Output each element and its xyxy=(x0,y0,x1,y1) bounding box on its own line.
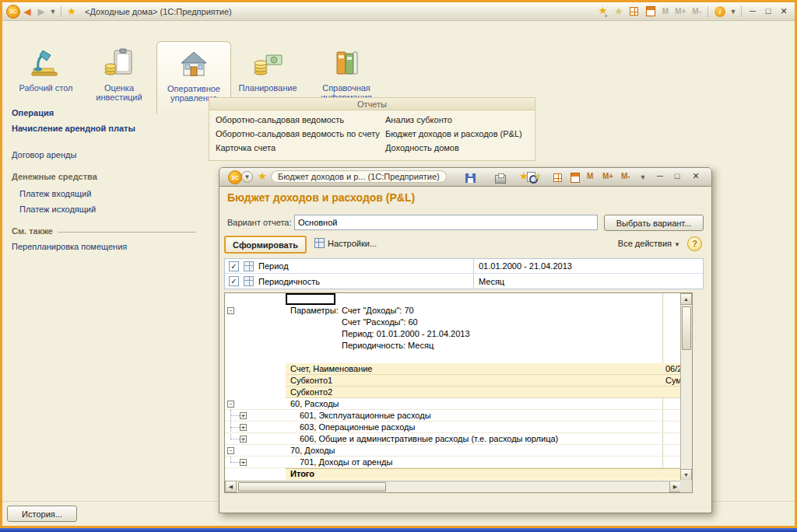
sidebar-item-lease-contract[interactable]: Договор аренды xyxy=(12,150,76,159)
close-button[interactable]: ✕ xyxy=(688,170,704,183)
print-icon[interactable] xyxy=(495,175,506,184)
total-row[interactable]: Итого xyxy=(290,468,314,480)
sidebar-header-operation[interactable]: Операция xyxy=(12,108,54,117)
column-header: Счет, Наименование xyxy=(290,363,373,375)
info-icon[interactable]: i xyxy=(714,6,725,17)
navigation-history-dropdown-icon[interactable]: ▼ xyxy=(48,8,58,16)
filter-value[interactable]: 01.01.2000 - 21.04.2013 xyxy=(479,261,572,271)
report-window-titlebar: 1С ▼ ★ Бюджет доходов и р... (1С:Предпри… xyxy=(219,167,712,187)
report-link-subconto-analysis[interactable]: Анализ субконто xyxy=(385,113,535,127)
favorites-star-icon[interactable]: ★ xyxy=(255,170,269,182)
periodicity-checkbox[interactable]: ✓ xyxy=(229,276,239,286)
calendar-icon[interactable] xyxy=(646,6,655,16)
choose-variant-button[interactable]: Выбрать вариант... xyxy=(604,215,704,231)
report-link-account-card[interactable]: Карточка счета xyxy=(216,141,385,155)
sidebar-item-room-replanning[interactable]: Перепланировка помещения xyxy=(12,242,127,251)
all-actions-button[interactable]: Все действия ▼ xyxy=(618,239,680,248)
memory-m-button[interactable]: M xyxy=(659,7,672,16)
minimize-button[interactable]: ─ xyxy=(652,170,668,183)
scroll-down-icon[interactable]: ▼ xyxy=(680,469,692,481)
period-param-icon xyxy=(244,261,254,271)
horizontal-scroll-thumb[interactable] xyxy=(238,482,386,492)
account-row[interactable]: 701, Доходы от аренды xyxy=(300,457,392,468)
account-row[interactable]: 603, Операционные расходы xyxy=(300,422,415,433)
more-commands-dropdown-icon[interactable]: ▼ xyxy=(638,173,648,181)
close-button[interactable]: ✕ xyxy=(776,5,792,18)
minimize-button[interactable]: ─ xyxy=(745,5,760,18)
collapse-icon[interactable]: - xyxy=(227,447,234,454)
report-link-turnover-balance[interactable]: Оборотно-сальдовая ведомость xyxy=(216,113,385,127)
report-heading: Бюджет доходов и расходов (P&L) xyxy=(227,191,415,204)
memory-m-button[interactable]: M xyxy=(584,172,596,180)
edit-favorites-icon[interactable]: ★ xyxy=(612,5,626,17)
report-link-pnl-budget[interactable]: Бюджет доходов и расходов (P&L) xyxy=(385,127,535,141)
account-row[interactable]: 606, Общие и административные расходы (т… xyxy=(300,433,558,445)
account-row[interactable]: 70, Доходы xyxy=(290,445,335,457)
maximize-button[interactable]: □ xyxy=(669,170,685,183)
service-dropdown-icon[interactable]: ▼ xyxy=(729,8,738,16)
selected-cell[interactable] xyxy=(286,293,335,305)
vertical-scrollbar[interactable]: ▲ ▼ xyxy=(680,293,692,481)
period-checkbox[interactable]: ✓ xyxy=(229,261,239,271)
expand-icon[interactable]: + xyxy=(240,436,247,443)
add-favorite-icon[interactable]: ★ xyxy=(517,170,531,182)
expand-icon[interactable]: + xyxy=(240,412,247,419)
back-button[interactable]: ◀ xyxy=(20,6,34,17)
report-link-house-profitability[interactable]: Доходность домов xyxy=(385,141,535,155)
separator xyxy=(707,6,708,17)
forward-button[interactable]: ▶ xyxy=(34,6,48,17)
calculator-icon[interactable] xyxy=(553,173,562,182)
sidebar-item-outgoing-payment[interactable]: Платеж исходящий xyxy=(19,205,96,214)
add-favorite-icon[interactable]: ★+ xyxy=(598,5,612,19)
collapse-icon[interactable]: - xyxy=(227,401,234,408)
memory-mminus-button[interactable]: M- xyxy=(689,7,704,16)
column-divider xyxy=(473,259,474,273)
total-row-bg xyxy=(286,468,681,480)
account-row[interactable]: 60, Расходы xyxy=(290,398,339,410)
generate-button[interactable]: Сформировать xyxy=(224,236,307,254)
sidebar-item-incoming-payment[interactable]: Платеж входящий xyxy=(19,189,91,198)
collapse-icon[interactable]: - xyxy=(227,307,234,314)
vertical-scroll-thumb[interactable] xyxy=(682,306,691,350)
navigation-sidebar: Операция Начисление арендной платы Догов… xyxy=(2,96,208,501)
expand-icon[interactable]: + xyxy=(240,459,247,466)
horizontal-scrollbar[interactable]: ◀ ▶ xyxy=(225,481,681,492)
memory-mplus-button[interactable]: M+ xyxy=(672,7,689,16)
calculator-icon[interactable] xyxy=(630,7,638,16)
report-link-turnover-by-account[interactable]: Оборотно-сальдовая ведомость по счету xyxy=(216,127,385,141)
scroll-right-icon[interactable]: ▶ xyxy=(669,481,681,492)
save-icon[interactable] xyxy=(465,173,476,183)
scroll-left-icon[interactable]: ◀ xyxy=(225,481,237,492)
window-menu-dropdown-icon[interactable]: ▼ xyxy=(241,171,253,183)
report-spreadsheet: - Параметры: Счет "Доходы": 70 Счет "Рас… xyxy=(224,292,693,493)
calendar-icon[interactable] xyxy=(571,173,580,183)
settings-button[interactable]: Настройки... xyxy=(314,238,377,248)
favorites-star-icon[interactable]: ★ xyxy=(65,5,79,17)
report-window: 1С ▼ ★ Бюджет доходов и р... (1С:Предпри… xyxy=(219,167,712,513)
settings-label: Настройки... xyxy=(328,239,377,248)
variant-input[interactable] xyxy=(294,215,598,230)
param-line: Счет "Расходы": 60 xyxy=(342,317,418,328)
header-row-bg xyxy=(286,375,681,387)
planning-icon xyxy=(249,44,286,82)
periodicity-param-icon xyxy=(244,276,254,286)
scroll-up-icon[interactable]: ▲ xyxy=(680,293,692,305)
memory-mminus-button[interactable]: M- xyxy=(618,172,634,180)
column-header-value: Сум xyxy=(665,375,681,387)
filter-row-periodicity[interactable]: ✓ Периодичность Месяц xyxy=(225,274,703,289)
edit-favorites-icon[interactable]: ★ xyxy=(531,170,545,182)
history-button[interactable]: История... xyxy=(7,506,77,522)
help-button[interactable]: ? xyxy=(687,236,702,251)
filter-row-period[interactable]: ✓ Период 01.01.2000 - 21.04.2013 xyxy=(225,259,703,274)
account-row[interactable]: 601, Эксплуатационные расходы xyxy=(300,410,431,422)
filter-value[interactable]: Месяц xyxy=(479,277,504,286)
maximize-button[interactable]: □ xyxy=(760,5,776,18)
sidebar-item-rent-accrual[interactable]: Начисление арендной платы xyxy=(12,124,135,133)
memory-mplus-button[interactable]: M+ xyxy=(599,172,616,180)
desktop-icon xyxy=(27,44,65,82)
separator xyxy=(61,6,61,17)
1c-logo-icon: 1С xyxy=(6,5,20,19)
param-line: Период: 01.01.2000 - 21.04.2013 xyxy=(342,328,470,340)
spreadsheet-content[interactable]: - Параметры: Счет "Доходы": 70 Счет "Рас… xyxy=(225,293,681,481)
expand-icon[interactable]: + xyxy=(240,424,247,431)
